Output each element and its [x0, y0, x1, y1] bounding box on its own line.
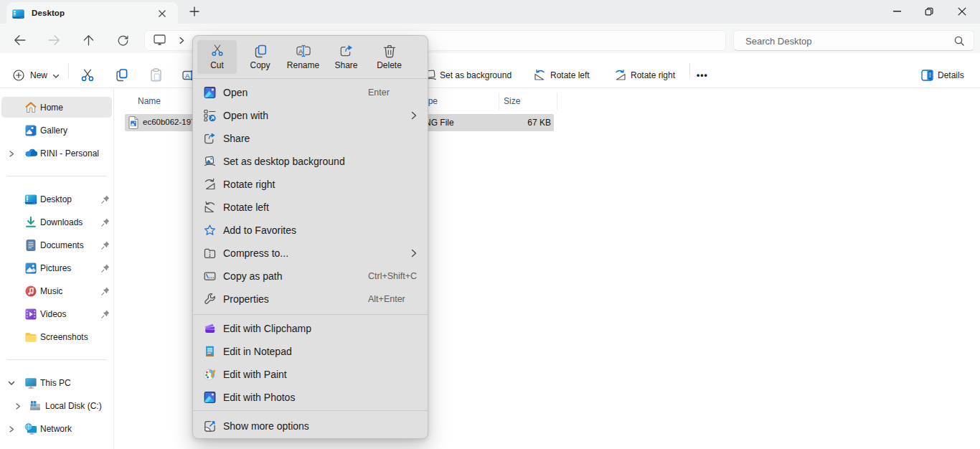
svg-text:A: A: [298, 47, 303, 55]
svg-text:A: A: [185, 72, 190, 80]
